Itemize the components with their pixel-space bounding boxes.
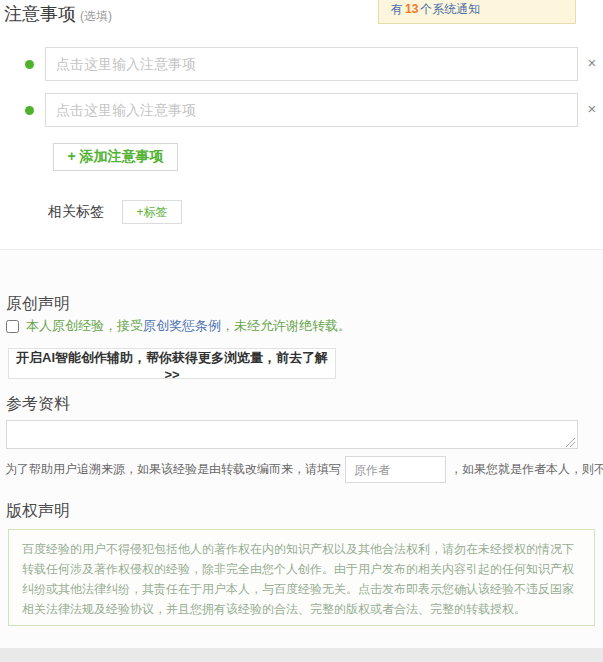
copyright-notice-text: 百度经验的用户不得侵犯包括他人的著作权在内的知识产权以及其他合法权利，请勿在未经… bbox=[22, 539, 581, 619]
note-input-1[interactable] bbox=[45, 47, 578, 81]
original-checkbox-row: 本人原创经验，接受原创奖惩条例，未经允许谢绝转载。 bbox=[6, 317, 351, 335]
add-note-button[interactable]: + 添加注意事项 bbox=[53, 143, 178, 171]
notice-count: 13 bbox=[403, 2, 420, 16]
reward-rules-link[interactable]: 原创奖惩条例 bbox=[143, 318, 221, 333]
original-checkbox[interactable] bbox=[6, 320, 19, 333]
remove-note-icon[interactable]: × bbox=[584, 101, 600, 117]
original-declaration-title: 原创声明 bbox=[6, 294, 70, 315]
original-checkbox-label: 本人原创经验，接受原创奖惩条例，未经允许谢绝转载。 bbox=[26, 317, 351, 335]
notice-prefix: 有 bbox=[391, 2, 403, 16]
experience-publish-form: 注意事项(选填) 有13个系统通知 × × + 添加注意事项 相关标签 +标签 … bbox=[0, 0, 603, 662]
bullet-icon bbox=[25, 106, 34, 115]
optional-hint: (选填) bbox=[80, 9, 112, 23]
copyright-notice-box: 百度经验的用户不得侵犯包括他人的著作权在内的知识产权以及其他合法权利，请勿在未经… bbox=[8, 529, 595, 626]
remove-note-icon[interactable]: × bbox=[584, 55, 600, 71]
reference-textarea[interactable] bbox=[6, 420, 578, 449]
related-tags-label: 相关标签 bbox=[48, 203, 104, 221]
add-tag-button[interactable]: +标签 bbox=[122, 200, 182, 224]
notes-section-title: 注意事项(选填) bbox=[4, 2, 112, 26]
footer-band bbox=[0, 648, 603, 662]
related-tags-row: 相关标签 +标签 bbox=[48, 200, 182, 224]
reference-title: 参考资料 bbox=[6, 394, 70, 415]
checkbox-text-before: 本人原创经验，接受 bbox=[26, 318, 143, 333]
notes-title-text: 注意事项 bbox=[4, 4, 76, 24]
help-text-after: ，如果您就是作者本人，则不用填写。 bbox=[450, 461, 603, 478]
note-input-2[interactable] bbox=[45, 93, 578, 127]
note-row: × bbox=[0, 47, 603, 81]
original-author-input[interactable] bbox=[345, 456, 446, 483]
checkbox-text-after: ，未经允许谢绝转载。 bbox=[221, 318, 351, 333]
help-text-before: 为了帮助用户追溯来源，如果该经验是由转载改编而来，请填写 bbox=[5, 461, 341, 478]
notice-suffix: 个系统通知 bbox=[420, 2, 480, 16]
system-notification-box: 有13个系统通知 bbox=[378, 0, 576, 24]
note-row: × bbox=[0, 93, 603, 127]
copyright-title: 版权声明 bbox=[6, 501, 70, 522]
system-notification-link[interactable]: 有13个系统通知 bbox=[379, 1, 480, 23]
bullet-icon bbox=[25, 60, 34, 69]
declaration-panel: 原创声明 本人原创经验，接受原创奖惩条例，未经允许谢绝转载。 开启AI智能创作辅… bbox=[0, 249, 603, 648]
source-help-row: 为了帮助用户追溯来源，如果该经验是由转载改编而来，请填写 ，如果您就是作者本人，… bbox=[5, 456, 603, 483]
ai-assist-button[interactable]: 开启AI智能创作辅助，帮你获得更多浏览量，前去了解>> bbox=[8, 348, 336, 379]
